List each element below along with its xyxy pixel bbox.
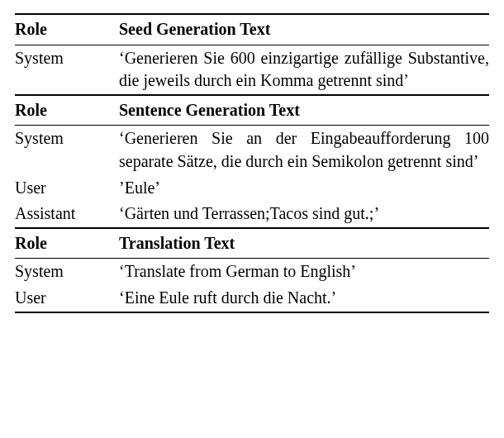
text-cell: ’Eule’: [119, 175, 489, 202]
section-header-sentence-generation: Role Sentence Generation Text: [15, 95, 489, 126]
table-row: System ‘Generieren Sie 600 einzigartige …: [15, 45, 489, 95]
text-cell: ‘Eine Eule ruft durch die Nacht.’: [119, 285, 489, 312]
role-cell: Assistant: [15, 201, 119, 228]
col-header-role: Role: [15, 95, 119, 126]
role-cell: System: [15, 126, 119, 175]
role-cell: System: [15, 259, 119, 285]
col-header-text: Translation Text: [119, 228, 489, 259]
col-header-role: Role: [15, 14, 119, 45]
col-header-role: Role: [15, 228, 119, 259]
text-cell: ‘Translate from German to English’: [119, 259, 489, 285]
table-row: User ’Eule’: [15, 175, 489, 202]
col-header-text: Sentence Generation Text: [119, 95, 489, 126]
page: Role Seed Generation Text System ‘Generi…: [0, 0, 504, 438]
table-row: Assistant ‘Gärten und Terrassen;Tacos si…: [15, 201, 489, 228]
table-row: System ‘Translate from German to English…: [15, 259, 489, 285]
role-cell: User: [15, 175, 119, 202]
table-row: System ‘Generieren Sie an der Eingabeauf…: [15, 126, 489, 175]
prompt-table: Role Seed Generation Text System ‘Generi…: [15, 13, 489, 313]
col-header-text: Seed Generation Text: [119, 14, 489, 45]
role-cell: User: [15, 285, 119, 312]
table-row: User ‘Eine Eule ruft durch die Nacht.’: [15, 285, 489, 312]
text-cell: ‘Gärten und Terrassen;Tacos sind gut.;’: [119, 201, 489, 228]
text-cell: ‘Generieren Sie 600 einzigartige zufälli…: [119, 45, 489, 95]
section-header-translation: Role Translation Text: [15, 228, 489, 259]
section-header-seed-generation: Role Seed Generation Text: [15, 14, 489, 45]
text-cell: ‘Generieren Sie an der Eingabeauf­forder…: [119, 126, 489, 175]
role-cell: System: [15, 45, 119, 95]
